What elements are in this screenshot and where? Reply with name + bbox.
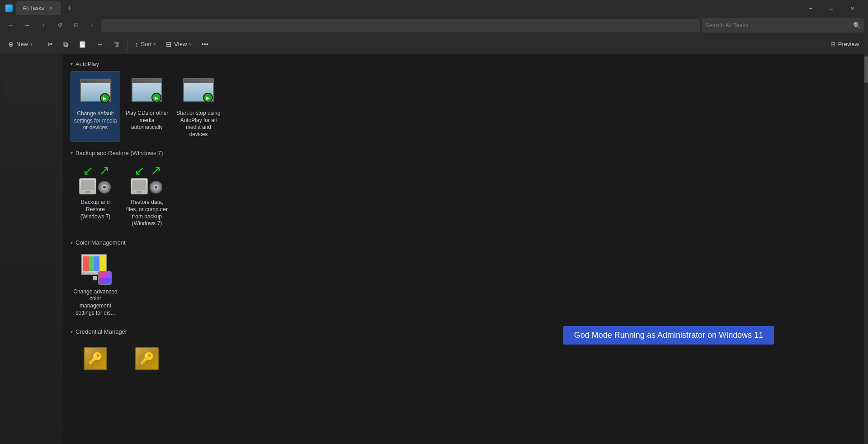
app-icon <box>5 5 13 12</box>
cut-button[interactable]: ✂ <box>43 37 58 52</box>
section-label-credential: Credential Manager <box>75 328 127 335</box>
toolbar-separator-2 <box>127 39 128 50</box>
list-item[interactable]: ▶ Start or stop using AutoPlay for all m… <box>174 71 223 142</box>
list-item[interactable]: 🔑 <box>122 339 172 381</box>
section-items-autoplay: ▶ Change default settings for media or d… <box>63 69 864 147</box>
section-items-color: Change advanced color management setting… <box>63 248 864 326</box>
main-layout: ▾ AutoPlay ▶ Change default settings for… <box>0 54 868 444</box>
new-icon: ⊕ <box>8 40 14 48</box>
section-header-autoplay[interactable]: ▾ AutoPlay <box>63 58 864 69</box>
close-icon: ✕ <box>49 6 53 11</box>
item-icon-autoplay-1: ▶ <box>79 75 112 108</box>
play-badge-2: ▶ <box>151 93 161 103</box>
sort-label: Sort <box>141 41 152 47</box>
item-icon-credential-1: 🔑 <box>79 342 112 375</box>
content-area: ▾ AutoPlay ▶ Change default settings for… <box>63 54 864 444</box>
delete-button[interactable]: 🗑 <box>109 37 125 52</box>
move-to-button[interactable]: → <box>92 37 108 52</box>
preview-label: Preview <box>838 41 859 47</box>
sidebar <box>0 54 63 444</box>
list-item[interactable]: 🔑 <box>71 339 120 381</box>
maximize-icon: □ <box>830 5 833 11</box>
item-label-backup-2: Restore data, files, or computer from ba… <box>125 199 169 227</box>
main-tab[interactable]: All Tasks ✕ <box>16 1 61 15</box>
close-button[interactable]: ✕ <box>842 0 863 16</box>
list-item[interactable]: ↙ ↙ Backup and Restore (Windows 7) <box>71 160 120 231</box>
expand-button[interactable]: › <box>85 18 99 33</box>
item-label-color: Change advanced color management setting… <box>73 288 118 316</box>
list-item[interactable]: ▶ Change default settings for media or d… <box>71 71 120 142</box>
close-window-icon: ✕ <box>850 5 854 11</box>
view-button[interactable]: ⊟ View ▾ <box>161 37 196 52</box>
item-icon-backup-2: ↙ ↙ <box>131 164 163 196</box>
chevron-icon: ▾ <box>71 240 73 245</box>
scrollbar-thumb[interactable] <box>864 56 868 83</box>
section-header-backup[interactable]: ▾ Backup and Restore (Windows 7) <box>63 147 864 158</box>
search-area: 🔍 <box>702 18 864 33</box>
back-icon: ← <box>8 22 14 28</box>
forward-icon: → <box>24 22 30 28</box>
cut-icon: ✂ <box>47 40 53 48</box>
preview-button[interactable]: ⊟ Preview <box>825 37 864 52</box>
item-label-autoplay-1: Change default settings for media or dev… <box>74 110 117 132</box>
item-label-autoplay-3: Start or stop using AutoPlay for all med… <box>176 110 221 138</box>
more-button[interactable]: ••• <box>197 37 213 52</box>
chevron-icon: ▾ <box>71 61 73 66</box>
sort-icon: ↕ <box>135 40 139 48</box>
refresh-button[interactable]: ↺ <box>52 18 67 33</box>
address-bar: ← → ↑ ↺ ⊟ › 🔍 <box>0 16 868 34</box>
section-header-color[interactable]: ▾ Color Management <box>63 236 864 248</box>
new-button[interactable]: ⊕ New ▾ <box>4 37 37 52</box>
sort-dropdown-icon: ▾ <box>154 42 156 47</box>
list-item[interactable]: Change advanced color management setting… <box>71 250 120 320</box>
paste-icon: 📋 <box>78 40 87 48</box>
up-button[interactable]: ↑ <box>36 18 51 33</box>
back-button[interactable]: ← <box>4 18 18 33</box>
play-badge-3: ▶ <box>203 93 213 103</box>
refresh-icon: ↺ <box>57 22 62 28</box>
item-icon-credential-2: 🔑 <box>131 342 163 375</box>
window-controls: ─ □ ✕ <box>800 0 863 16</box>
toolbar: ⊕ New ▾ ✂ ⧉ 📋 → 🗑 ↕ Sort ▾ ⊟ View ▾ ••• … <box>0 34 868 54</box>
view-pane-button[interactable]: ⊟ <box>69 18 83 33</box>
item-icon-autoplay-2: ▶ <box>131 75 163 107</box>
item-label-backup-1: Backup and Restore (Windows 7) <box>73 199 118 220</box>
chevron-icon: ▾ <box>71 329 73 334</box>
tab-close-button[interactable]: ✕ <box>47 5 55 12</box>
tab-area: All Tasks ✕ + <box>16 1 75 15</box>
section-label-autoplay: AutoPlay <box>75 61 99 67</box>
more-icon: ••• <box>201 40 208 48</box>
new-label: New <box>16 41 28 47</box>
move-to-icon: → <box>97 40 104 48</box>
forward-button[interactable]: → <box>20 18 34 33</box>
play-badge-1: ▶ <box>100 93 110 103</box>
search-icon[interactable]: 🔍 <box>853 22 861 29</box>
minimize-button[interactable]: ─ <box>800 0 821 16</box>
chevron-icon: ▾ <box>71 151 73 156</box>
item-icon-backup-1: ↙ ↙ <box>79 164 112 196</box>
sidebar-content <box>0 54 63 444</box>
god-mode-text: God Mode Running as Administrator on Win… <box>574 331 763 340</box>
new-tab-button[interactable]: + <box>63 2 75 14</box>
maximize-button[interactable]: □ <box>821 0 842 16</box>
view-label: View <box>174 41 187 47</box>
tab-label: All Tasks <box>23 5 44 11</box>
section-items-backup: ↙ ↙ Backup and Restore (Windows 7) <box>63 158 864 236</box>
paste-button[interactable]: 📋 <box>74 37 91 52</box>
new-tab-icon: + <box>67 4 71 12</box>
search-input[interactable] <box>705 22 850 28</box>
copy-button[interactable]: ⧉ <box>59 37 73 52</box>
section-label-backup: Backup and Restore (Windows 7) <box>75 150 163 156</box>
god-mode-banner: God Mode Running as Administrator on Win… <box>563 326 774 345</box>
scrollbar-track[interactable] <box>864 54 868 444</box>
toolbar-separator-1 <box>40 39 40 50</box>
list-item[interactable]: ↙ ↙ Restore data, files, or computer fro… <box>122 160 172 231</box>
expand-icon: › <box>91 22 93 28</box>
view-pane-icon: ⊟ <box>74 22 79 28</box>
list-item[interactable]: ▶ Play CDs or other media automatically <box>122 71 172 142</box>
sort-button[interactable]: ↕ Sort ▾ <box>131 37 160 52</box>
preview-icon: ⊟ <box>830 41 835 47</box>
minimize-icon: ─ <box>809 5 812 11</box>
address-input[interactable] <box>101 19 700 32</box>
view-icon: ⊟ <box>166 40 172 48</box>
